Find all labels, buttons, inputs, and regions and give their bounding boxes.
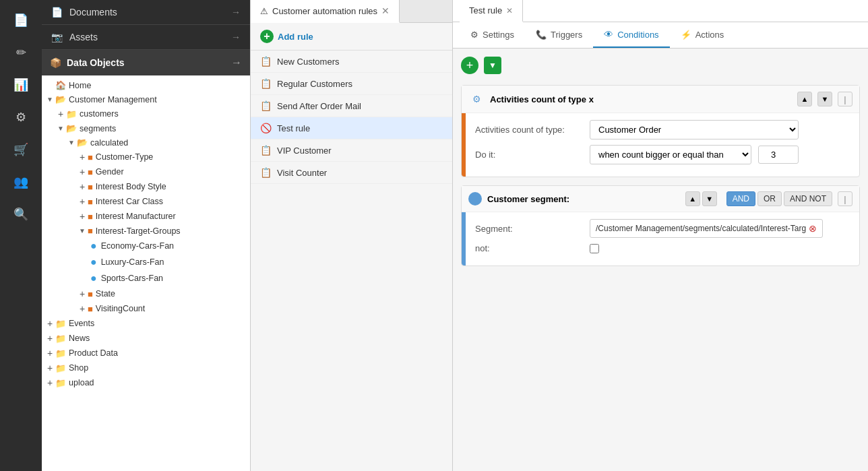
toggle-cm[interactable]: ▼ — [44, 96, 55, 103]
cart-nav-icon[interactable]: 🛒 — [6, 135, 36, 164]
chart-nav-icon[interactable]: 📊 — [6, 70, 36, 100]
and-button[interactable]: AND — [726, 191, 755, 206]
test-rule-tab[interactable]: Test rule ✕ — [460, 0, 523, 22]
plus-interest-car[interactable]: + — [77, 196, 88, 207]
tree-item-home[interactable]: 🏠 Home — [42, 78, 250, 92]
segment-condition-header: Customer segment: ▲ ▼ AND OR AND NOT | — [462, 186, 859, 212]
tree-item-visiting-count[interactable]: + ■ VisitingCount — [42, 301, 250, 316]
plus-gender[interactable]: + — [77, 166, 88, 177]
activities-up-arrow[interactable]: ▲ — [797, 92, 812, 106]
add-condition-dropdown[interactable]: ▼ — [484, 57, 501, 74]
tree-item-customer-type[interactable]: + ■ Customer-Type — [42, 150, 250, 164]
plus-state[interactable]: + — [77, 288, 88, 299]
plus-interest-mfr[interactable]: + — [77, 211, 88, 222]
triggers-tab-icon: 📞 — [536, 30, 547, 40]
activities-type-select[interactable]: Customer Order Customer Visit Newsletter… — [590, 120, 799, 139]
file-panel-arrow-icon[interactable]: → — [231, 57, 242, 69]
search-nav-icon[interactable]: 🔍 — [6, 199, 36, 229]
add-condition-button[interactable]: + — [461, 57, 478, 74]
or-button[interactable]: OR — [757, 191, 782, 206]
plus-interest-body[interactable]: + — [77, 181, 88, 192]
tree-item-economy-cars-fan[interactable]: ● Economy-Cars-Fan — [42, 238, 250, 254]
tree-item-luxury-cars-fan[interactable]: ● Luxury-Cars-Fan — [42, 254, 250, 270]
toggle-calculated[interactable]: ▼ — [66, 139, 77, 146]
activities-doit-select[interactable]: when count bigger or equal than when cou… — [590, 145, 751, 164]
home-label: Home — [69, 81, 250, 90]
users-nav-icon[interactable]: 👥 — [6, 167, 36, 197]
rule-test-rule[interactable]: 🚫 Test rule — [251, 117, 452, 139]
plus-upload[interactable]: + — [44, 377, 55, 388]
toggle-itg[interactable]: ▼ — [77, 227, 88, 234]
interest-mfr-label: Interest Manufacturer — [96, 212, 250, 221]
rule-doc-icon-1: 📋 — [260, 78, 272, 89]
shop-label: Shop — [69, 363, 250, 373]
toggle-segments[interactable]: ▼ — [55, 125, 66, 132]
upload-label: upload — [69, 378, 250, 387]
upload-folder-icon: 📁 — [55, 378, 66, 388]
rule-new-customers[interactable]: 📋 New Customers — [251, 51, 452, 73]
interest-car-label: Interest Car Class — [96, 197, 250, 206]
luxury-circle-icon: ● — [90, 256, 97, 268]
tree-item-customers[interactable]: + 📁 customers — [42, 106, 250, 121]
document-nav-icon[interactable]: 📄 — [6, 5, 36, 35]
activities-delete-btn[interactable]: | — [838, 92, 852, 106]
tab-triggers[interactable]: 📞 Triggers — [525, 23, 593, 48]
plus-shop[interactable]: + — [44, 363, 55, 373]
plus-product-data[interactable]: + — [44, 348, 55, 358]
tree-item-events[interactable]: + 📁 Events — [42, 316, 250, 331]
segment-delete-btn[interactable]: | — [838, 191, 852, 206]
plus-news[interactable]: + — [44, 333, 55, 344]
rule-tab-bar: ⚠ Customer automation rules ✕ — [251, 0, 452, 23]
rule-vip-customer[interactable]: 📋 VIP Customer — [251, 139, 452, 162]
tab-conditions[interactable]: 👁 Conditions — [593, 22, 669, 48]
conditions-tab-label: Conditions — [617, 30, 658, 40]
tree-item-interest-body-style[interactable]: + ■ Interest Body Style — [42, 179, 250, 194]
sports-circle-icon: ● — [90, 272, 97, 284]
segment-down-arrow[interactable]: ▼ — [702, 191, 717, 206]
tree-item-interest-manufacturer[interactable]: + ■ Interest Manufacturer — [42, 209, 250, 224]
documents-nav-item[interactable]: 📄 Documents → — [42, 0, 250, 25]
tree-item-gender[interactable]: + ■ Gender — [42, 164, 250, 179]
tree-item-state[interactable]: + ■ State — [42, 286, 250, 301]
activities-down-arrow[interactable]: ▼ — [817, 92, 832, 106]
documents-label: Documents — [69, 7, 117, 18]
tab-settings[interactable]: ⚙ Settings — [460, 23, 525, 48]
tab-actions[interactable]: ⚡ Actions — [670, 23, 735, 48]
tree-item-interest-target-groups[interactable]: ▼ ■ Interest-Target-Groups — [42, 224, 250, 238]
plus-customers[interactable]: + — [55, 108, 66, 119]
activities-count-input[interactable] — [758, 146, 799, 164]
segments-folder-icon: 📂 — [66, 123, 77, 133]
plus-visiting[interactable]: + — [77, 303, 88, 314]
visiting-label: VisitingCount — [96, 304, 250, 313]
activities-type-label: Activities count of type: — [475, 125, 583, 135]
plus-events[interactable]: + — [44, 318, 55, 329]
tree-item-interest-car-class[interactable]: + ■ Interest Car Class — [42, 194, 250, 209]
pencil-nav-icon[interactable]: ✏ — [6, 38, 36, 67]
rule-list-tab[interactable]: ⚠ Customer automation rules ✕ — [251, 0, 400, 23]
rule-visit-counter[interactable]: 📋 Visit Counter — [251, 162, 452, 184]
tree-item-shop[interactable]: + 📁 Shop — [42, 360, 250, 375]
segment-clear-icon[interactable]: ⊗ — [809, 223, 817, 234]
and-not-button[interactable]: AND NOT — [784, 191, 832, 206]
tree-item-customer-management[interactable]: ▼ 📂 Customer Management — [42, 92, 250, 106]
settings-nav-icon[interactable]: ⚙ — [6, 102, 36, 132]
home-icon: 🏠 — [55, 80, 66, 90]
assets-nav-item[interactable]: 📷 Assets → — [42, 25, 250, 50]
segment-not-checkbox[interactable] — [590, 244, 599, 253]
segment-up-arrow[interactable]: ▲ — [685, 191, 700, 206]
tree-item-sports-cars-fan[interactable]: ● Sports-Cars-Fan — [42, 270, 250, 286]
tree-item-segments[interactable]: ▼ 📂 segments — [42, 121, 250, 135]
tree-item-product-data[interactable]: + 📁 Product Data — [42, 346, 250, 360]
add-rule-button[interactable]: + Add rule — [251, 23, 452, 51]
tree-item-news[interactable]: + 📁 News — [42, 331, 250, 346]
rule-list-tab-close[interactable]: ✕ — [381, 5, 390, 16]
test-rule-tab-close[interactable]: ✕ — [506, 6, 513, 15]
segment-path-input[interactable]: /Customer Management/segments/calculated… — [590, 219, 823, 238]
events-folder-icon: 📁 — [55, 319, 66, 329]
rule-send-after-order-mail[interactable]: 📋 Send After Order Mail — [251, 95, 452, 117]
plus-customer-type[interactable]: + — [77, 152, 88, 162]
tree-item-upload[interactable]: + 📁 upload — [42, 375, 250, 390]
rule-regular-customers[interactable]: 📋 Regular Customers — [251, 73, 452, 95]
tree-item-calculated[interactable]: ▼ 📂 calculated — [42, 135, 250, 150]
segment-path-row: Segment: /Customer Management/segments/c… — [475, 219, 823, 238]
